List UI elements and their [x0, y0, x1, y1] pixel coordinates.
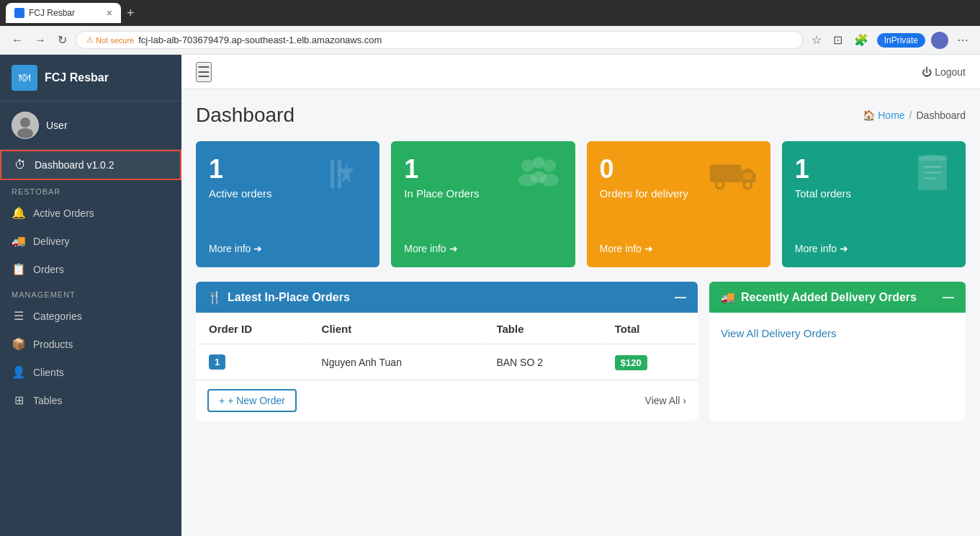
stat-card-total-orders[interactable]: 1 Total orders M: [782, 141, 966, 267]
breadcrumb-sep: /: [909, 110, 912, 121]
tab-close-btn[interactable]: ×: [107, 7, 112, 19]
section-restobar-label: RESTOBAR: [0, 180, 181, 199]
stat-card-delivery[interactable]: 0 Orders for delivery: [587, 141, 770, 267]
sidebar-item-orders[interactable]: 📋 Orders: [0, 255, 181, 283]
panel-header-left: 🍴 Latest In-Place Orders: [207, 290, 350, 304]
delivery-panel-header: 🚚 Recently Added Delivery Orders —: [709, 282, 966, 313]
sidebar-item-clients[interactable]: 👤 Clients: [0, 358, 181, 386]
svg-rect-16: [743, 173, 752, 179]
svg-point-10: [531, 171, 547, 183]
stats-grid: 1 Active orders More info ➜: [196, 141, 966, 267]
browser-tab[interactable]: FCJ Resbar ×: [6, 3, 121, 23]
more-info-arrow-3: ➜: [840, 243, 848, 254]
page-content: Dashboard 🏠 Home / Dashboard 1 Active o: [181, 89, 980, 435]
svg-point-14: [717, 182, 722, 187]
sidebar-item-products-label: Products: [33, 339, 73, 350]
in-place-icon: [513, 153, 564, 201]
tab-title: FCJ Resbar: [29, 8, 75, 18]
view-all-delivery-link[interactable]: View All Delivery Orders: [721, 327, 837, 339]
row-order-id: 1: [197, 346, 309, 378]
orders-table: Order ID Client Table Total 1: [196, 313, 698, 380]
favorites-btn[interactable]: ☆: [809, 30, 824, 50]
menu-btn[interactable]: ⋯: [954, 30, 971, 50]
sidebar-item-delivery[interactable]: 🚚 Delivery: [0, 227, 181, 255]
hamburger-btn[interactable]: ☰: [196, 62, 212, 82]
power-icon: ⏻: [922, 66, 932, 78]
delivery-more-info[interactable]: More info ➜: [600, 243, 758, 254]
products-icon: 📦: [12, 337, 26, 351]
delivery-collapse-icon[interactable]: —: [943, 291, 954, 304]
delivery-panel: 🚚 Recently Added Delivery Orders — View …: [709, 282, 966, 421]
svg-point-15: [745, 182, 750, 187]
refresh-btn[interactable]: ↻: [55, 30, 70, 50]
browser-chrome: FCJ Resbar × +: [0, 0, 980, 26]
plus-icon: +: [219, 395, 225, 406]
svg-point-1: [20, 117, 30, 128]
latest-orders-header: 🍴 Latest In-Place Orders —: [196, 282, 698, 313]
sidebar-item-tables[interactable]: ⊞ Tables: [0, 386, 181, 414]
collapse-icon[interactable]: —: [675, 291, 686, 304]
row-table: BAN SO 2: [485, 346, 601, 378]
clients-icon: 👤: [12, 365, 26, 379]
svg-point-6: [543, 159, 556, 172]
row-total: $120: [603, 346, 696, 378]
more-info-arrow-1: ➜: [449, 243, 458, 254]
in-place-more-info[interactable]: More info ➜: [404, 243, 562, 254]
not-secure-label: ⚠ Not secure: [86, 35, 134, 45]
sidebar-item-active-orders-label: Active Orders: [33, 207, 94, 219]
svg-rect-18: [924, 166, 941, 168]
profile-btn[interactable]: [931, 32, 948, 49]
row-client: Nguyen Anh Tuan: [310, 346, 484, 378]
col-total: Total: [603, 314, 696, 344]
breadcrumb-home[interactable]: 🏠 Home: [863, 110, 904, 121]
breadcrumb-current: Dashboard: [917, 110, 966, 121]
sidebar-item-active-orders[interactable]: 🔔 Active Orders: [0, 199, 181, 227]
collections-btn[interactable]: ⊡: [830, 30, 845, 50]
latest-orders-header-icon: 🍴: [207, 290, 222, 304]
active-orders-icon: [325, 153, 368, 205]
logo-icon: 🍽: [12, 65, 37, 91]
logout-btn[interactable]: ⏻ Logout: [922, 66, 966, 78]
address-bar[interactable]: ⚠ Not secure fcj-lab-alb-703679479.ap-so…: [76, 31, 803, 49]
total-orders-more-info[interactable]: More info ➜: [795, 243, 953, 254]
orders-icon: 📋: [12, 262, 26, 276]
page-header: Dashboard 🏠 Home / Dashboard: [196, 104, 966, 127]
forward-btn[interactable]: →: [32, 31, 49, 50]
sidebar-item-dashboard[interactable]: ⏱ Dashboard v1.0.2: [0, 150, 181, 180]
sidebar-item-categories[interactable]: ☰ Categories: [0, 302, 181, 330]
table-row: 1 Nguyen Anh Tuan BAN SO 2 $120: [197, 346, 696, 378]
tab-favicon: [14, 8, 24, 18]
sidebar-item-categories-label: Categories: [33, 311, 82, 322]
user-section: User: [0, 102, 181, 150]
col-table: Table: [485, 314, 601, 344]
delivery-icon: [709, 153, 759, 201]
sidebar-item-tables-label: Tables: [33, 395, 62, 406]
total-badge: $120: [615, 355, 647, 370]
svg-rect-19: [924, 171, 941, 174]
active-orders-more-info[interactable]: More info ➜: [209, 243, 367, 254]
svg-rect-4: [338, 160, 341, 189]
stat-card-active-orders[interactable]: 1 Active orders More info ➜: [196, 141, 379, 267]
truck-icon: 🚚: [12, 234, 26, 248]
categories-icon: ☰: [12, 309, 26, 323]
inprivate-btn[interactable]: InPrivate: [877, 33, 925, 48]
sidebar-item-dashboard-label: Dashboard v1.0.2: [35, 159, 114, 171]
sidebar-item-products[interactable]: 📦 Products: [0, 330, 181, 358]
dashboard-icon: ⏱: [13, 158, 27, 171]
panels-grid: 🍴 Latest In-Place Orders — Order ID Clie…: [196, 282, 966, 421]
stat-card-in-place-orders[interactable]: 1 In Place Orders: [391, 141, 575, 267]
svg-rect-3: [331, 160, 334, 189]
svg-point-2: [17, 128, 33, 138]
new-tab-btn[interactable]: +: [127, 6, 135, 21]
col-order-id: Order ID: [197, 314, 309, 344]
view-all-link[interactable]: View All ›: [645, 395, 686, 406]
top-bar: ☰ ⏻ Logout: [181, 55, 980, 89]
total-orders-icon: [911, 153, 954, 205]
back-btn[interactable]: ←: [9, 31, 26, 50]
new-order-btn[interactable]: + + New Order: [207, 389, 297, 412]
section-management-label: MANAGEMENT: [0, 283, 181, 302]
breadcrumb: 🏠 Home / Dashboard: [863, 110, 966, 121]
extensions-btn[interactable]: 🧩: [851, 30, 871, 50]
delivery-panel-body: View All Delivery Orders: [709, 313, 966, 354]
svg-rect-11: [710, 165, 742, 183]
